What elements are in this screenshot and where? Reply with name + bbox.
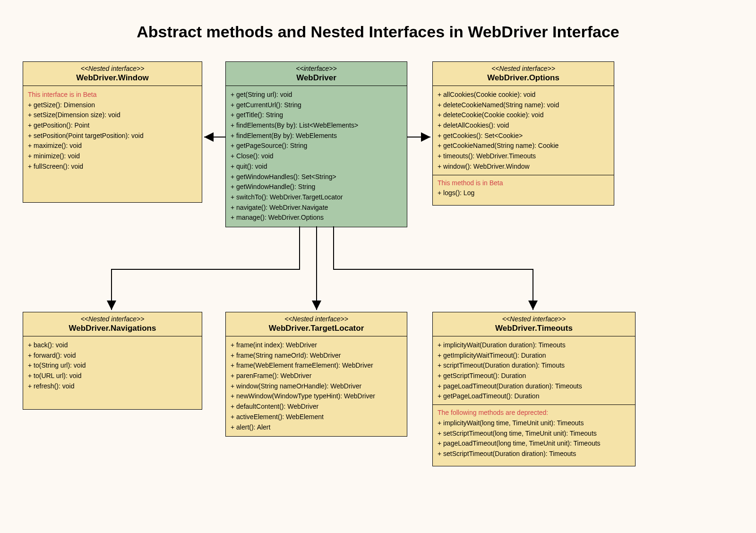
method: + deleteCookieNamed(String name): void [438, 100, 609, 111]
method: + timeouts(): WebDriver.Timeouts [438, 151, 609, 162]
method: + window(): WebDriver.Window [438, 162, 609, 172]
method: + frame(int index): WebDriver [231, 340, 402, 351]
box-timeouts-warn: The following methods are deprected: [438, 408, 630, 418]
method: + window(String nameOrHandle): WebDriver [231, 381, 402, 392]
method: + pageLoadTimeout(long time, TimeUnit un… [438, 438, 630, 449]
method: + getScriptTimeout(): Duration [438, 371, 630, 381]
box-target-stereo: <<Nested interface>> [230, 315, 403, 323]
method: + maximize(): void [28, 141, 197, 151]
method: + newWindow(WindowType typeHint): WebDri… [231, 391, 402, 402]
method: + activeElement(): WebElement [231, 412, 402, 422]
method: + Close(): void [231, 151, 402, 162]
box-target-name: WebDriver.TargetLocator [230, 324, 403, 333]
box-options-warn: This method is in Beta [438, 178, 609, 189]
box-options-body: + allCookies(Cookie cookie): void + dele… [433, 86, 614, 205]
box-nav: <<Nested interface>> WebDriver.Navigatio… [23, 312, 202, 410]
method: + to(String url): void [28, 361, 197, 371]
box-target: <<Nested interface>> WebDriver.TargetLoc… [225, 312, 407, 437]
method: + setScriptTimeout(long time, TimeUnit u… [438, 429, 630, 439]
method: + minimize(): void [28, 151, 197, 162]
box-webdriver-name: WebDriver [230, 73, 403, 83]
box-webdriver-body: + get(String url): void + getCurrentUrl(… [226, 86, 407, 227]
method: + frame(String nameOrId): WebDriver [231, 351, 402, 361]
method: + findElements(By by): List<WebElements> [231, 120, 402, 131]
method: + scriptTimeout(Duration duration): Timo… [438, 361, 630, 371]
method: + defaultContent(): WebDriver [231, 402, 402, 412]
method: + getPosition(): Point [28, 120, 197, 131]
method: + getWindowHandle(): String [231, 182, 402, 192]
method: + back(): void [28, 340, 197, 351]
method: + setSize(Dimension size): void [28, 110, 197, 120]
box-target-body: + frame(int index): WebDriver + frame(St… [226, 336, 407, 436]
method: + getWindowHandles(): Set<String> [231, 172, 402, 182]
method: + deletAllCookies(): void [438, 120, 609, 131]
box-nav-name: WebDriver.Navigations [27, 324, 198, 333]
method: + allCookies(Cookie cookie): void [438, 90, 609, 100]
method: + implicityWait(long time, TimeUnit unit… [438, 418, 630, 429]
method: + getImplicityWaitTimeout(): Duration [438, 351, 630, 361]
box-window: <<Nested interface>> WebDriver.Window Th… [23, 61, 202, 203]
diagram-title: Abstract methods and Nested Interfaces i… [0, 23, 756, 41]
box-timeouts-body: + implicityWait(Duration duration): Time… [433, 336, 635, 466]
box-window-header: <<Nested interface>> WebDriver.Window [23, 62, 202, 86]
method: + getCurrentUrl(): String [231, 100, 402, 111]
box-nav-body: + back(): void + forward(): void + to(St… [23, 336, 202, 409]
method: + forward(): void [28, 351, 197, 361]
box-webdriver-header: <<interface>> WebDriver [226, 62, 407, 86]
method: + getCookieNamed(String name): Cookie [438, 141, 609, 151]
method: + refresh(): void [28, 381, 197, 392]
box-timeouts-stereo: <<Nested interface>> [437, 315, 631, 323]
method: + navigate(): WebDriver.Navigate [231, 203, 402, 213]
method: + implicityWait(Duration duration): Time… [438, 340, 630, 351]
box-timeouts-header: <<Nested interface>> WebDriver.Timeouts [433, 312, 635, 336]
box-webdriver: <<interface>> WebDriver + get(String url… [225, 61, 407, 227]
method: + pageLoadTimeout(Duration duration): Ti… [438, 381, 630, 392]
method: + getPageLoadTimeout(): Duration [438, 391, 630, 402]
box-options-stereo: <<Nested interface>> [437, 65, 610, 72]
method: + getTitle(): String [231, 110, 402, 120]
box-options: <<Nested interface>> WebDriver.Options +… [432, 61, 614, 206]
box-options-header: <<Nested interface>> WebDriver.Options [433, 62, 614, 86]
box-window-body: This interface is in Beta + getSize(): D… [23, 86, 202, 202]
method: + fullScreen(): void [28, 162, 197, 172]
box-timeouts-name: WebDriver.Timeouts [437, 324, 631, 333]
box-timeouts: <<Nested interface>> WebDriver.Timeouts … [432, 312, 636, 466]
method: + frame(WebElement frameElement): WebDri… [231, 361, 402, 371]
method: + getPageSource(): String [231, 141, 402, 151]
method: + findElement(By by): WebElements [231, 131, 402, 141]
method: + get(String url): void [231, 90, 402, 100]
method: + deleteCookie(Cookie cookie): void [438, 110, 609, 120]
method: + getSize(): Dimension [28, 100, 197, 111]
method: + setScriptTimeout(Duration diration): T… [438, 449, 630, 459]
box-nav-stereo: <<Nested interface>> [27, 315, 198, 323]
method: + alert(): Alert [231, 422, 402, 433]
box-nav-header: <<Nested interface>> WebDriver.Navigatio… [23, 312, 202, 336]
method: + quit(): void [231, 162, 402, 172]
method: + manage(): WebDriver.Options [231, 213, 402, 223]
box-webdriver-stereo: <<interface>> [230, 65, 403, 72]
method: + logs(): Log [438, 188, 609, 198]
method: + getCookies(): Set<Cookie> [438, 131, 609, 141]
box-window-stereo: <<Nested interface>> [27, 65, 198, 72]
box-window-warn: This interface is in Beta [28, 90, 197, 100]
box-options-name: WebDriver.Options [437, 73, 610, 83]
method: + switchTo(): WebDriver.TargetLocator [231, 192, 402, 203]
method: + parenFrame(): WebDriver [231, 371, 402, 381]
method: + setPosition(Point targetPosition): voi… [28, 131, 197, 141]
method: + to(URL url): void [28, 371, 197, 381]
box-window-name: WebDriver.Window [27, 73, 198, 83]
box-target-header: <<Nested interface>> WebDriver.TargetLoc… [226, 312, 407, 336]
